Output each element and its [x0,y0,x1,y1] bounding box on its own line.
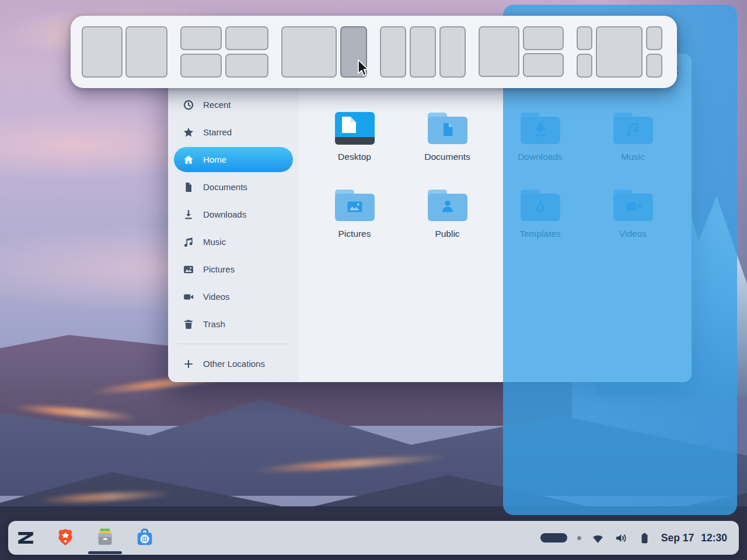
file-item-documents[interactable]: Documents [401,110,494,167]
file-item-pictures[interactable]: Pictures [308,187,401,244]
file-item-label: Desktop [338,152,371,162]
battery-icon[interactable] [638,531,651,545]
brave-browser-button[interactable] [51,522,79,554]
sidebar-item-starred[interactable]: Starred [174,120,293,145]
tiling-cell-left-half[interactable] [82,26,123,78]
taskbar-apps [12,522,170,554]
folder-documents-icon [425,110,470,147]
system-tray: Sep 17 12:30 [540,531,727,545]
download-icon [183,209,194,220]
tiling-cell-right-bottom-quarter[interactable] [523,53,564,77]
star-icon [183,127,194,138]
tiling-cell-right-third-highlighted[interactable] [340,26,367,78]
tiling-cell-left-bottom[interactable] [577,54,592,78]
tiling-cell-top-right-quarter[interactable] [225,26,268,50]
sidebar-item-recent[interactable]: Recent [174,92,293,117]
brave-browser-icon [54,527,76,549]
tiling-cell-right-half[interactable] [125,26,167,78]
battery-pill-icon[interactable] [540,533,567,542]
tiling-cell-center-wide[interactable] [596,26,643,78]
indicator-dot-icon[interactable] [577,536,581,540]
file-item-label: Pictures [338,229,371,239]
sidebar-item-label: Recent [203,100,231,110]
sidebar-separator [177,344,289,344]
tiling-option-two-thirds-one-third [281,26,367,78]
wifi-icon[interactable] [591,531,605,545]
trash-icon [183,318,194,330]
tiling-cell-right-top[interactable] [646,26,662,50]
sidebar-item-label: Other Locations [203,359,265,369]
file-item-label: Documents [424,152,470,162]
file-manager-icon [94,527,116,549]
tiling-cell-top-left-quarter[interactable] [180,26,222,50]
sidebar-item-label: Trash [203,319,225,329]
tiling-option-half-right-stack [479,26,564,78]
window-tiling-popup [71,16,677,88]
sidebar-item-videos[interactable]: Videos [174,284,293,309]
tiling-option-halves [82,26,167,78]
video-camera-icon [183,291,194,303]
file-manager-button[interactable] [91,522,119,554]
home-icon [183,154,194,166]
tiling-cell-right-bottom[interactable] [646,54,662,78]
files-sidebar: RecentStarredHomeDocumentsDownloadsMusic… [168,88,299,382]
sidebar-item-label: Videos [203,292,230,302]
file-item-label: Public [435,229,459,239]
sidebar-item-label: Pictures [203,264,235,274]
document-icon [183,181,194,193]
tiling-cell-right-column[interactable] [439,26,466,78]
taskbar: Sep 17 12:30 [8,521,739,555]
zorin-menu-icon [15,527,37,549]
sidebar-item-documents[interactable]: Documents [174,174,293,200]
taskbar-time: 12:30 [701,532,727,544]
sidebar-item-pictures[interactable]: Pictures [174,257,293,282]
tiling-cell-left-column[interactable] [380,26,406,78]
software-store-button[interactable] [131,522,159,554]
tiling-cell-left-top[interactable] [577,26,592,50]
zorin-menu-button[interactable] [12,522,40,554]
file-item-public[interactable]: Public [401,187,494,244]
software-store-icon [134,527,156,549]
sidebar-item-trash[interactable]: Trash [174,312,293,337]
sidebar-item-label: Home [203,155,226,164]
tiling-option-center-focus [577,26,662,78]
tiling-option-quarters [180,26,268,78]
active-app-indicator [88,551,122,554]
desktop-icon [332,110,378,147]
tray-icons [540,531,651,545]
sidebar-item-music[interactable]: Music [174,229,293,254]
tiling-cell-right-top-quarter[interactable] [523,26,564,50]
tiling-cell-bottom-right-quarter[interactable] [225,54,268,78]
sidebar-item-label: Starred [203,127,232,137]
music-note-icon [183,236,194,248]
sidebar-item-label: Documents [203,182,247,192]
tiling-cell-bottom-left-quarter[interactable] [180,54,222,78]
sidebar-item-label: Downloads [203,209,246,219]
tiling-option-three-columns [380,26,466,78]
taskbar-clock[interactable]: Sep 17 12:30 [661,532,727,544]
tiling-cell-center-column[interactable] [410,26,436,78]
sidebar-item-home[interactable]: Home [174,147,293,172]
volume-icon[interactable] [615,531,628,545]
file-item-desktop[interactable]: Desktop [308,110,401,167]
clock-icon [183,99,194,111]
image-icon [183,264,194,275]
sidebar-item-other-locations[interactable]: Other Locations [174,351,293,376]
plus-icon [183,358,194,370]
sidebar-item-downloads[interactable]: Downloads [174,202,293,227]
folder-pictures-icon [332,187,378,224]
folder-public-icon [425,187,470,224]
sidebar-item-label: Music [203,237,226,247]
tiling-cell-left-two-thirds[interactable] [281,26,337,78]
tiling-cell-left-half[interactable] [479,26,519,77]
taskbar-date: Sep 17 [661,532,694,544]
